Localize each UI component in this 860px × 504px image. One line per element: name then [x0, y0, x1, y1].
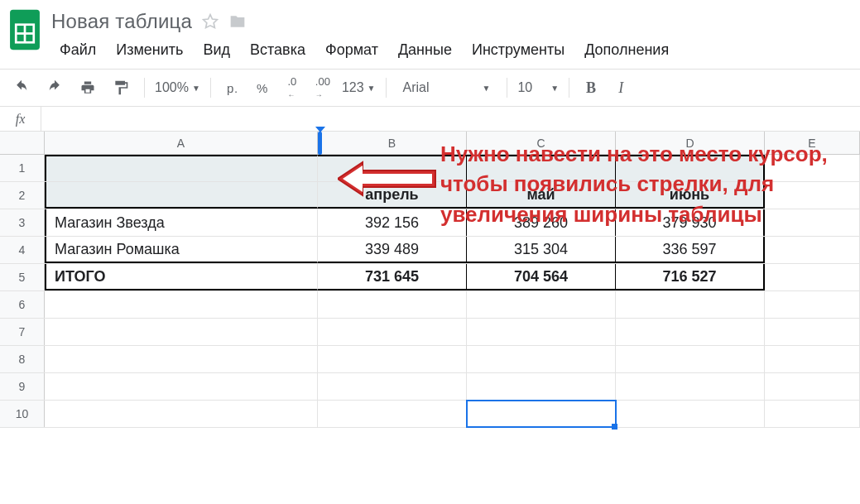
menu-edit[interactable]: Изменить: [108, 36, 191, 64]
italic-button[interactable]: I: [609, 76, 632, 99]
decrease-decimal-button[interactable]: .0←: [281, 76, 304, 99]
number-format-select[interactable]: 123 ▼: [342, 80, 376, 95]
cell[interactable]: [467, 373, 616, 400]
toolbar: 100% ▼ р. % .0← .00→ 123 ▼ Arial ▼ 10 ▼ …: [0, 69, 860, 107]
col-header-e[interactable]: E: [765, 132, 860, 154]
cell[interactable]: [616, 291, 765, 318]
zoom-select[interactable]: 100% ▼: [155, 80, 200, 95]
cell[interactable]: [765, 264, 860, 290]
row-header[interactable]: 8: [0, 346, 45, 372]
active-cell[interactable]: [467, 401, 616, 427]
grid-row: 8: [0, 346, 860, 373]
cell[interactable]: [765, 182, 860, 209]
row-header[interactable]: 1: [0, 155, 45, 181]
col-header-a[interactable]: A: [45, 132, 318, 154]
sheets-logo-icon[interactable]: [7, 7, 43, 53]
cell-month-b[interactable]: апрель: [318, 182, 467, 209]
cell[interactable]: [765, 319, 860, 345]
cell[interactable]: [467, 319, 616, 345]
cell[interactable]: [467, 291, 616, 318]
cell[interactable]: [765, 346, 860, 372]
titlebar: Новая таблица Файл Изменить Вид Вставка …: [0, 0, 860, 69]
paint-format-button[interactable]: [108, 76, 134, 99]
cell[interactable]: [765, 291, 860, 318]
cell[interactable]: [45, 155, 318, 181]
row-header[interactable]: 4: [0, 237, 45, 263]
row-header[interactable]: 2: [0, 182, 45, 209]
cell[interactable]: [45, 182, 318, 209]
zoom-value: 100%: [155, 80, 189, 95]
cell[interactable]: [765, 155, 860, 181]
font-family-select[interactable]: Arial ▼: [396, 80, 497, 95]
cell-store-name[interactable]: Магазин Ромашка: [45, 237, 318, 263]
row-header[interactable]: 5: [0, 264, 45, 290]
cell[interactable]: [318, 346, 467, 372]
cell-value[interactable]: 392 156: [318, 209, 467, 236]
cell[interactable]: [616, 319, 765, 345]
cell[interactable]: [45, 373, 318, 400]
cell-value[interactable]: 336 597: [616, 237, 765, 263]
row-header[interactable]: 6: [0, 291, 45, 318]
cell[interactable]: [616, 155, 765, 181]
cell-total-label[interactable]: ИТОГО: [45, 264, 318, 290]
cell[interactable]: [467, 346, 616, 372]
menu-addons[interactable]: Дополнения: [576, 36, 677, 64]
currency-button[interactable]: р.: [221, 76, 244, 99]
cell[interactable]: [616, 373, 765, 400]
column-resize-handle[interactable]: [318, 132, 322, 155]
cell-total-value[interactable]: 704 564: [467, 264, 616, 290]
col-header-c[interactable]: C: [467, 132, 616, 154]
cell[interactable]: [318, 155, 467, 181]
cell[interactable]: [318, 373, 467, 400]
cell[interactable]: [616, 346, 765, 372]
cell[interactable]: [467, 155, 616, 181]
cell[interactable]: [318, 401, 467, 427]
increase-decimal-button[interactable]: .00→: [310, 76, 335, 99]
document-title[interactable]: Новая таблица: [51, 10, 192, 33]
cell-month-d[interactable]: июнь: [616, 182, 765, 209]
cell[interactable]: [616, 401, 765, 427]
star-icon[interactable]: [202, 13, 219, 30]
col-header-d[interactable]: D: [616, 132, 765, 154]
row-header[interactable]: 9: [0, 373, 45, 400]
cell[interactable]: [45, 319, 318, 345]
menu-view[interactable]: Вид: [195, 36, 238, 64]
cell-total-value[interactable]: 731 645: [318, 264, 467, 290]
cell[interactable]: [765, 237, 860, 263]
cell[interactable]: [45, 291, 318, 318]
undo-button[interactable]: [8, 76, 35, 99]
cell[interactable]: [765, 401, 860, 427]
cell-value[interactable]: 339 489: [318, 237, 467, 263]
row-header[interactable]: 3: [0, 209, 45, 236]
select-all-corner[interactable]: [0, 132, 45, 154]
toolbar-divider: [210, 78, 211, 98]
percent-button[interactable]: %: [251, 76, 274, 99]
cell-value[interactable]: 389 260: [467, 209, 616, 236]
cell-total-value[interactable]: 716 527: [616, 264, 765, 290]
folder-icon[interactable]: [228, 13, 247, 30]
cell[interactable]: [765, 373, 860, 400]
bold-button[interactable]: B: [579, 76, 603, 99]
redo-button[interactable]: [41, 76, 68, 99]
menu-format[interactable]: Формат: [317, 36, 387, 64]
formula-input[interactable]: [41, 107, 860, 131]
font-size-select[interactable]: 10 ▼: [517, 80, 559, 95]
col-header-b[interactable]: B: [318, 132, 467, 154]
cell[interactable]: [45, 401, 318, 427]
menu-file[interactable]: Файл: [51, 36, 104, 64]
cell[interactable]: [765, 209, 860, 236]
print-button[interactable]: [74, 76, 101, 99]
cell[interactable]: [45, 346, 318, 372]
menu-data[interactable]: Данные: [390, 36, 460, 64]
cell-store-name[interactable]: Магазин Звезда: [45, 209, 318, 236]
cell-month-c[interactable]: май: [467, 182, 616, 209]
row-header[interactable]: 7: [0, 319, 45, 345]
menu-insert[interactable]: Вставка: [242, 36, 314, 64]
cell[interactable]: [318, 319, 467, 345]
row-header[interactable]: 10: [0, 401, 45, 427]
cell-value[interactable]: 315 304: [467, 237, 616, 263]
cell-value[interactable]: 379 930: [616, 209, 765, 236]
menu-tools[interactable]: Инструменты: [464, 36, 573, 64]
cell[interactable]: [318, 291, 467, 318]
grid-row: 3 Магазин Звезда 392 156 389 260 379 930: [0, 209, 860, 237]
